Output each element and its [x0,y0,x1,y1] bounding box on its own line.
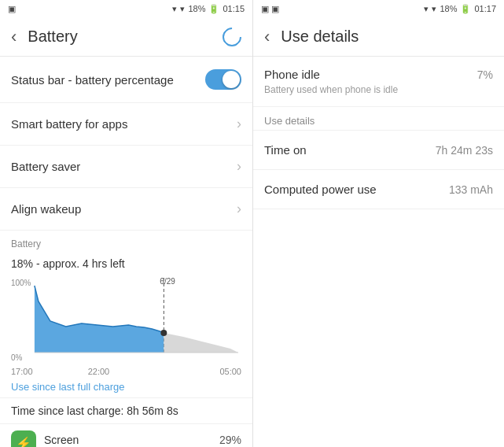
menu-item-status-bar[interactable]: Status bar - battery percentage [0,57,252,103]
screen-item[interactable]: ⚡ Screen 29% [0,423,252,447]
right-time: 01:17 [474,4,496,13]
svg-marker-4 [35,286,164,353]
chevron-right-smart: › [237,116,241,132]
phone-idle-label: Phone idle [264,68,320,81]
chevron-right-icon-saver: › [237,158,241,175]
use-since-link[interactable]: Use since last full charge [0,376,252,397]
signal-icon: ▾ [180,4,185,14]
time-on-row: Time on 7h 24m 23s [253,131,504,170]
chart-label-22: 22:00 [88,367,110,376]
right-status-right: ▾ ▾ 18% 🔋 01:17 [424,4,496,14]
battery-chart-container: 100% 0% 6/29 17:00 22:00 05:00 [0,278,252,376]
right-wifi-icon: ▾ [424,4,429,14]
menu-item-smart-battery[interactable]: Smart battery for apps › [0,103,252,146]
battery-pct-left: 18% [188,4,205,13]
computed-power-label: Computed power use [264,183,377,196]
chevron-right-wakeup: › [237,201,241,217]
back-button-right[interactable]: ‹ [264,27,270,47]
battery-status: 18% - approx. 4 hrs left [0,253,252,278]
chevron-right-icon-wakeup: › [237,201,241,217]
right-signal-icon: ▾ [432,4,436,14]
menu-item-status-bar-label: Status bar - battery percentage [11,73,205,87]
right-panel-title: Use details [281,28,359,46]
time-left: 01:15 [223,4,245,13]
svg-text:0%: 0% [11,353,23,362]
left-status-right: ▾ ▾ 18% 🔋 01:15 [172,4,245,14]
wifi-icon: ▾ [172,4,177,14]
battery-percentage-toggle[interactable] [205,69,241,90]
screen-info: Screen 29% [44,434,241,448]
battery-saver-label: Battery saver [11,160,237,173]
chart-labels: 17:00 22:00 05:00 [11,367,241,376]
use-details-divider: Use details [253,107,504,131]
svg-marker-5 [164,333,238,353]
phone-idle-header: Phone idle 7% [264,68,493,81]
chevron-right-saver: › [237,158,241,175]
right-status-icon: ▣ ▣ [261,4,279,14]
phone-idle-value: 7% [477,68,493,81]
toggle-knob [223,71,240,88]
back-button-left[interactable]: ‹ [11,27,17,47]
right-status-left: ▣ ▣ [261,4,279,14]
phone-idle-row: Phone idle 7% Battery used when phone is… [253,57,504,107]
left-top-bar: ‹ Battery [0,17,252,57]
screen-percentage: 29% [219,434,241,446]
menu-item-battery-saver[interactable]: Battery saver › [0,146,252,188]
toggle-container [205,69,241,90]
battery-chart: 100% 0% 6/29 [11,278,241,364]
battery-section-label: Battery [0,231,252,253]
chart-label-05: 05:00 [219,367,241,376]
phone-idle-sub: Battery used when phone is idle [264,84,493,95]
align-wakeup-label: Align wakeup [11,202,237,216]
svg-point-6 [160,330,167,336]
right-battery-pct: 18% [440,4,457,13]
right-top-bar: ‹ Use details [253,17,504,57]
svg-text:100%: 100% [11,279,31,287]
left-panel: ▣ ▾ ▾ 18% 🔋 01:15 ‹ Battery Status bar -… [0,0,253,447]
time-on-label: Time on [264,143,307,157]
smart-battery-label: Smart battery for apps [11,117,237,131]
screen-label: Screen [44,434,79,446]
refresh-icon[interactable] [219,24,245,50]
left-status-left: ▣ [8,4,16,14]
right-panel: ▣ ▣ ▾ ▾ 18% 🔋 01:17 ‹ Use details Phone … [253,0,504,447]
svg-text:6/29: 6/29 [160,278,175,286]
left-panel-title: Battery [28,28,223,46]
screen-icon-symbol: ⚡ [16,436,31,448]
left-status-icon: ▣ [8,4,16,14]
chevron-right-icon-smart: › [237,116,241,132]
menu-item-align-wakeup[interactable]: Align wakeup › [0,188,252,231]
screen-app-icon: ⚡ [11,430,36,447]
time-since-charge: Time since last charge: 8h 56m 8s [0,397,252,423]
screen-top-row: Screen 29% [44,434,241,446]
chart-label-17: 17:00 [11,367,33,376]
battery-percent-text: 18% - approx. 4 hrs left [11,257,241,270]
computed-power-row: Computed power use 133 mAh [253,170,504,209]
left-status-bar: ▣ ▾ ▾ 18% 🔋 01:15 [0,0,252,17]
time-on-value: 7h 24m 23s [436,144,493,157]
right-battery-icon: 🔋 [460,4,471,14]
right-status-bar: ▣ ▣ ▾ ▾ 18% 🔋 01:17 [253,0,504,17]
battery-icon-left: 🔋 [208,4,219,14]
computed-power-value: 133 mAh [449,183,493,196]
